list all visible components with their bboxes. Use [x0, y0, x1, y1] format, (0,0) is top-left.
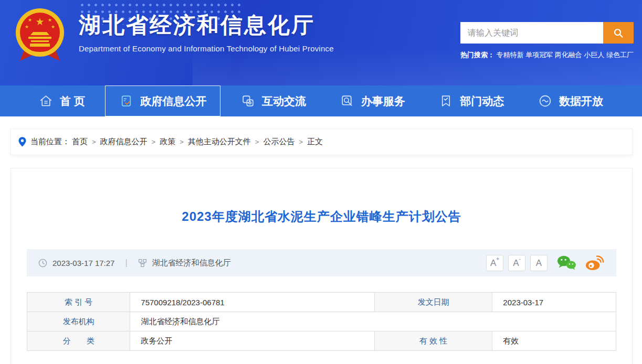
svg-text:★: ★	[25, 24, 29, 29]
interaction-icon	[241, 94, 255, 108]
bookmark-icon	[439, 94, 453, 108]
breadcrumb: 当前位置： 首页 > 政府信息公开 > 政策 > 其他主动公开文件 > 公示公告…	[10, 129, 633, 155]
hot-search-term[interactable]: 单项冠军	[525, 50, 553, 60]
publish-datetime: 2023-03-17 17:27	[52, 259, 114, 267]
article-meta-bar: 2023-03-17 17:27 | 湖北省经济和信息化厅 A+ A- A	[27, 249, 616, 276]
publisher-value: 湖北省经济和信息化厅	[130, 312, 616, 331]
search-icon	[613, 28, 624, 38]
nav-item-news[interactable]: 部门动态	[425, 85, 518, 116]
nav-item-label: 部门动态	[460, 94, 504, 109]
clock-icon	[38, 259, 47, 267]
nav-item-home[interactable]: 首 页	[25, 85, 99, 116]
breadcrumb-item-other-docs[interactable]: 其他主动公开文件	[188, 137, 251, 147]
font-increase-button[interactable]: A+	[486, 255, 503, 271]
hot-search-term[interactable]: 专精特新	[497, 50, 524, 60]
issue-date-label: 发文日期	[374, 293, 492, 312]
table-row: 索 引 号 757009218/2023-06781 发文日期 2023-03-…	[27, 293, 616, 312]
location-pin-icon	[18, 137, 26, 147]
nav-item-label: 首 页	[60, 94, 85, 109]
nav-item-interact[interactable]: 互动交流	[227, 85, 320, 116]
nav-item-label: 数据开放	[559, 94, 603, 109]
table-row: 发布机构 湖北省经济和信息化厅	[27, 312, 616, 331]
nav-item-services[interactable]: 办事服务	[327, 85, 419, 116]
home-icon	[39, 94, 53, 108]
breadcrumb-separator: >	[152, 138, 156, 146]
article-source: 湖北省经济和信息化厅	[152, 258, 231, 268]
document-check-icon	[119, 94, 133, 108]
meta-divider: |	[125, 258, 127, 267]
index-number-value: 757009218/2023-06781	[130, 293, 375, 312]
article-card: 2023年度湖北省水泥生产企业错峰生产计划公告 2023-03-17 17:27…	[10, 168, 633, 364]
data-wave-icon	[538, 94, 552, 108]
breadcrumb-separator: >	[180, 138, 184, 146]
hot-search-term[interactable]: 两化融合	[555, 50, 582, 60]
svg-text:★: ★	[28, 17, 32, 23]
breadcrumb-separator: >	[92, 138, 96, 146]
breadcrumb-item-gov-info[interactable]: 政府信息公开	[100, 137, 148, 147]
breadcrumb-label: 当前位置：	[30, 137, 70, 147]
breadcrumb-item-current: 正文	[307, 137, 323, 147]
main-nav: 首 页 政府信息公开 互动交流	[0, 85, 642, 116]
organization-icon	[138, 259, 147, 267]
svg-text:★: ★	[51, 24, 55, 29]
category-label: 分 类	[27, 331, 130, 351]
font-reset-button[interactable]: A	[530, 255, 548, 271]
page: ★ ★ ★ ★ ★ 湖北省经济和信息化厅 Department of Econo…	[0, 0, 642, 364]
validity-value: 有效	[492, 331, 616, 351]
issue-date-value: 2023-03-17	[492, 293, 616, 312]
validity-label: 有 效 性	[374, 331, 492, 351]
service-search-icon	[340, 94, 354, 108]
wechat-share-icon[interactable]	[556, 255, 576, 271]
nav-item-gov-info[interactable]: 政府信息公开	[105, 85, 220, 116]
national-emblem: ★ ★ ★ ★ ★	[15, 5, 65, 67]
article-title: 2023年度湖北省水泥生产企业错峰生产计划公告	[27, 208, 616, 225]
publisher-label: 发布机构	[27, 312, 130, 331]
breadcrumb-item-policy[interactable]: 政策	[160, 137, 175, 147]
search-box	[460, 22, 634, 44]
table-row: 分 类 政务公开 有 效 性 有效	[27, 331, 616, 351]
site-subtitle: Department of Economy and Information Te…	[79, 44, 334, 53]
svg-text:★: ★	[48, 17, 52, 23]
font-decrease-button[interactable]: A-	[508, 255, 525, 271]
site-header: ★ ★ ★ ★ ★ 湖北省经济和信息化厅 Department of Econo…	[0, 0, 642, 85]
hot-search-term[interactable]: 小巨人	[584, 50, 604, 60]
breadcrumb-item-notices[interactable]: 公示公告	[263, 137, 294, 147]
nav-item-label: 政府信息公开	[140, 94, 206, 109]
hot-search-term[interactable]: 绿色工厂	[606, 50, 634, 60]
site-title: 湖北省经济和信息化厅	[79, 12, 334, 39]
breadcrumb-item-home[interactable]: 首页	[72, 137, 88, 147]
hot-search-bar: 热门搜索： 专精特新 单项冠军 两化融合 小巨人 绿色工厂	[460, 50, 634, 60]
info-table: 索 引 号 757009218/2023-06781 发文日期 2023-03-…	[27, 292, 616, 351]
nav-item-label: 办事服务	[361, 94, 405, 109]
svg-text:★: ★	[35, 16, 44, 27]
weibo-share-icon[interactable]	[585, 255, 605, 271]
search-button[interactable]	[603, 22, 634, 44]
hot-search-label: 热门搜索：	[460, 50, 494, 60]
category-value: 政务公开	[130, 331, 375, 351]
nav-item-open-data[interactable]: 数据开放	[524, 85, 617, 116]
nav-item-label: 互动交流	[262, 94, 306, 109]
breadcrumb-separator: >	[255, 138, 259, 146]
search-input[interactable]	[460, 22, 603, 44]
index-number-label: 索 引 号	[27, 293, 130, 312]
breadcrumb-separator: >	[299, 138, 303, 146]
